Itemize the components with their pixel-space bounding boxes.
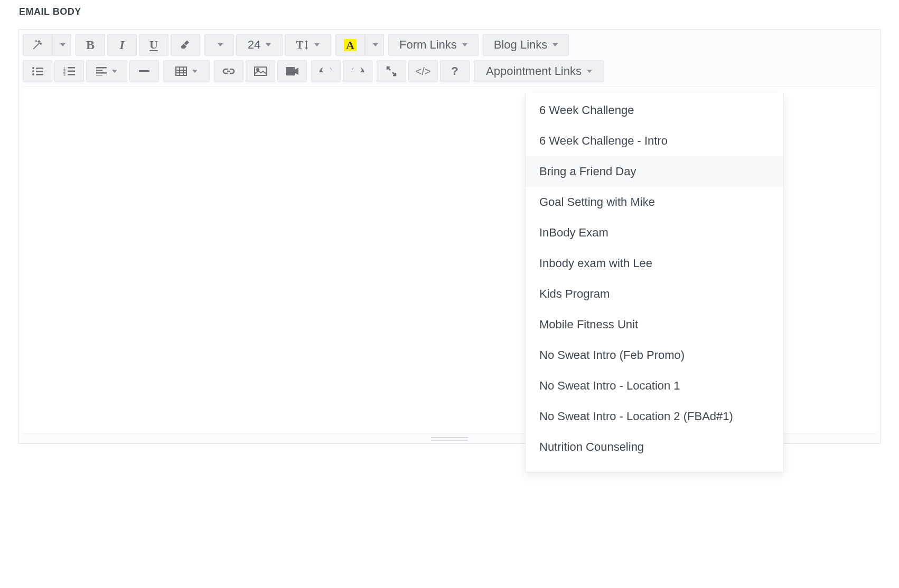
group-biu: B I U — [76, 34, 200, 56]
minus-icon — [139, 70, 149, 72]
svg-rect-9 — [68, 71, 75, 72]
svg-rect-5 — [36, 74, 43, 75]
chevron-down-icon — [112, 70, 117, 73]
chevron-down-icon — [192, 70, 198, 73]
appointment-link-item[interactable]: InBody Exam — [526, 217, 783, 248]
form-links-dropdown[interactable]: Form Links — [388, 34, 479, 56]
table-icon — [175, 67, 187, 76]
list-ol-icon: 1 2 3 — [63, 67, 75, 76]
svg-point-2 — [32, 70, 34, 72]
chevron-down-icon — [218, 43, 223, 46]
bold-button[interactable]: B — [76, 34, 105, 56]
svg-point-0 — [32, 67, 34, 69]
appointment-link-item[interactable]: 6 Week Challenge - Intro — [526, 126, 783, 156]
group-paragraph: 1 2 3 — [23, 60, 159, 82]
svg-rect-12 — [96, 67, 107, 69]
group-blog-links: Blog Links — [483, 34, 569, 56]
appointment-link-item[interactable]: Nutrition Counseling — [526, 432, 783, 462]
appointment-link-item[interactable]: 6 Week Challenge — [526, 95, 783, 126]
picture-button[interactable] — [246, 60, 275, 82]
fullscreen-button[interactable] — [377, 60, 406, 82]
picture-icon — [254, 67, 267, 76]
list-ul-icon — [32, 67, 43, 76]
italic-button[interactable]: I — [107, 34, 137, 56]
help-icon: ? — [451, 65, 458, 77]
appointment-link-item[interactable]: Inbody exam with Lee — [526, 248, 783, 279]
video-icon — [286, 67, 298, 75]
redo-icon — [351, 68, 364, 75]
font-size-dropdown[interactable]: 24 — [236, 34, 283, 56]
svg-text:3: 3 — [63, 73, 65, 76]
align-left-icon — [96, 67, 107, 75]
form-links-label: Form Links — [399, 39, 457, 51]
appointment-link-item[interactable]: Bring a Friend Day — [526, 156, 783, 187]
svg-rect-11 — [68, 74, 75, 75]
chevron-down-icon — [266, 43, 271, 46]
appointment-links-menu: 6 Week Challenge6 Week Challenge - Intro… — [525, 93, 784, 472]
appointment-link-item[interactable]: No Sweat Intro - Location 1 — [526, 371, 783, 401]
undo-button[interactable] — [311, 60, 341, 82]
redo-button[interactable] — [343, 60, 372, 82]
font-size-value: 24 — [248, 39, 260, 51]
resize-handle[interactable] — [431, 435, 468, 442]
svg-rect-1 — [36, 68, 43, 69]
chevron-down-icon — [587, 70, 592, 73]
link-icon — [222, 68, 235, 75]
video-button[interactable] — [277, 60, 307, 82]
chevron-down-icon — [552, 43, 558, 46]
svg-rect-15 — [96, 75, 102, 75]
appointment-links-label: Appointment Links — [486, 65, 582, 77]
blog-links-dropdown[interactable]: Blog Links — [483, 34, 569, 56]
underline-button[interactable]: U — [139, 34, 168, 56]
eraser-icon — [180, 40, 191, 50]
chevron-down-icon — [314, 43, 320, 46]
toolbar-row-2: 1 2 3 — [23, 60, 876, 82]
font-family-dropdown[interactable] — [204, 34, 234, 56]
codeview-button[interactable]: </> — [408, 60, 438, 82]
style-caret[interactable] — [52, 34, 71, 56]
appointment-link-item[interactable]: No Sweat Intro (Feb Promo) — [526, 340, 783, 371]
group-history — [311, 60, 372, 82]
group-style — [23, 34, 71, 56]
font-color-button[interactable]: A — [335, 34, 365, 56]
font-color-dropdown[interactable]: A — [335, 34, 384, 56]
paragraph-align-dropdown[interactable] — [86, 60, 127, 82]
table-dropdown[interactable] — [163, 60, 210, 82]
undo-icon — [319, 68, 333, 75]
toolbar-row-1: B I U 24 T — [23, 34, 876, 56]
svg-rect-24 — [286, 67, 295, 75]
unordered-list-button[interactable] — [23, 60, 52, 82]
group-font: 24 T — [204, 34, 331, 56]
group-appointment-links: Appointment Links — [474, 60, 604, 82]
blog-links-label: Blog Links — [494, 39, 548, 51]
svg-rect-7 — [68, 67, 75, 69]
group-form-links: Form Links — [388, 34, 479, 56]
ordered-list-button[interactable]: 1 2 3 — [54, 60, 84, 82]
clear-format-button[interactable] — [171, 34, 200, 56]
chevron-down-icon — [373, 43, 378, 46]
group-view: </> ? — [377, 60, 470, 82]
font-color-caret[interactable] — [365, 34, 384, 56]
code-icon: </> — [416, 66, 431, 77]
appointment-link-item[interactable]: Mobile Fitness Unit — [526, 309, 783, 340]
font-color-icon: A — [344, 39, 357, 51]
horizontal-rule-button[interactable] — [129, 60, 159, 82]
line-height-dropdown[interactable]: T — [285, 34, 331, 56]
svg-rect-17 — [176, 67, 186, 75]
appointment-links-dropdown[interactable]: Appointment Links — [474, 60, 604, 82]
svg-rect-13 — [96, 70, 102, 71]
link-button[interactable] — [214, 60, 244, 82]
appointment-link-item[interactable]: Kids Program — [526, 279, 783, 309]
style-dropdown[interactable] — [23, 34, 71, 56]
line-height-icon: T — [296, 40, 309, 50]
svg-rect-14 — [96, 72, 107, 74]
help-button[interactable]: ? — [440, 60, 470, 82]
email-editor-page: EMAIL BODY B I U — [0, 0, 899, 588]
appointment-link-item[interactable]: No Sweat Intro - Location 2 (FBAd#1) — [526, 401, 783, 432]
chevron-down-icon — [60, 43, 65, 46]
appointment-link-item[interactable]: Goal Setting with Mike — [526, 187, 783, 217]
group-table — [163, 60, 210, 82]
group-color: A — [335, 34, 384, 56]
svg-rect-3 — [36, 71, 43, 72]
magic-wand-icon[interactable] — [23, 34, 52, 56]
